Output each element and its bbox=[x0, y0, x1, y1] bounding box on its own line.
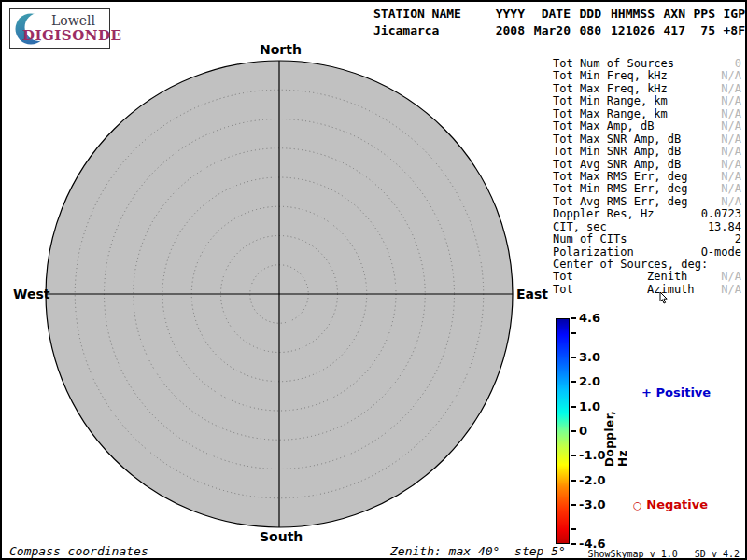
circle-icon: ○ bbox=[633, 499, 642, 511]
colorbar-tick-label: -2.0 bbox=[579, 473, 605, 487]
info-row-value: N/A bbox=[721, 133, 741, 146]
colorbar-tick-label: 2.0 bbox=[579, 374, 600, 388]
info-row-label: Tot Max Amp, dB bbox=[553, 120, 654, 133]
negative-doppler-legend: ○ Negative bbox=[616, 483, 708, 525]
info-row-label: Polarization bbox=[553, 246, 634, 259]
colorbar-tick-label: -3.0 bbox=[579, 497, 605, 511]
info-row-label: Tot Min Freq, kHz bbox=[553, 70, 668, 82]
colorbar-tick bbox=[571, 504, 576, 506]
colorbar-tick bbox=[571, 357, 576, 358]
header-values-row: Jicamarca 2008 Mar20 080 121026 417 75 +… bbox=[374, 21, 745, 38]
info-row-label: Center of Sources, deg: bbox=[553, 259, 708, 271]
colorbar-tick bbox=[571, 381, 576, 383]
colorbar-tick bbox=[571, 455, 576, 456]
header-col-yyyy: YYYY bbox=[487, 5, 525, 21]
showskymap-window: Lowell DIGISONDE STATION NAME YYYY DATE … bbox=[0, 0, 747, 560]
info-row-value: N/A bbox=[721, 159, 741, 171]
info-row: Tot Min RMS Err, degN/A bbox=[551, 183, 741, 195]
info-row: TotZenithN/A bbox=[551, 271, 741, 283]
info-row-label: Tot Max RMS Err, deg bbox=[553, 171, 688, 183]
compass-label-west: West bbox=[13, 287, 49, 301]
header-col-hhmmss: HHMMSS bbox=[601, 5, 655, 21]
coordinates-mode-label: Compass coordinates bbox=[9, 544, 148, 558]
info-row-value: 0.0723 bbox=[701, 208, 741, 220]
header-col-date: DATE bbox=[525, 5, 571, 21]
colorbar-tick bbox=[571, 317, 576, 319]
colorbar-tick-label: 1.0 bbox=[579, 399, 600, 413]
positive-doppler-legend: + Positive bbox=[625, 371, 711, 413]
colorbar-tick bbox=[571, 430, 576, 432]
info-row: Tot Max Freq, kHzN/A bbox=[551, 83, 741, 95]
logo-digisonde-text: DIGISONDE bbox=[22, 27, 121, 44]
plus-icon: + bbox=[641, 385, 652, 399]
info-row: Tot Avg RMS Err, degN/A bbox=[551, 196, 741, 208]
info-row-value: 13.84 bbox=[708, 221, 741, 233]
zenith-range-label: Zenith: max 40° step 5° bbox=[390, 544, 566, 558]
station-name-value: Jicamarca bbox=[374, 21, 487, 38]
header-col-pps: PPS bbox=[685, 5, 715, 21]
info-row-label: Tot bbox=[553, 271, 573, 283]
info-row-value: N/A bbox=[721, 120, 741, 133]
colorbar-tick bbox=[571, 543, 576, 545]
info-row-value: N/A bbox=[721, 284, 741, 296]
info-row: Tot Num of Sources0 bbox=[551, 58, 741, 70]
info-row-value: N/A bbox=[721, 146, 741, 158]
info-row-value: O-mode bbox=[701, 246, 741, 259]
info-row-label: Tot bbox=[553, 284, 573, 296]
info-row: Center of Sources, deg: bbox=[551, 259, 741, 271]
negative-label: Negative bbox=[646, 497, 708, 511]
info-row-label: Tot Avg RMS Err, deg bbox=[553, 196, 688, 208]
info-row: Tot Min Freq, kHzN/A bbox=[551, 70, 741, 82]
info-row-label: Num of CITs bbox=[553, 233, 627, 245]
info-row: Tot Min Range, kmN/A bbox=[551, 95, 741, 107]
header-col-axn: AXN bbox=[655, 5, 685, 21]
info-row-sublabel: Zenith bbox=[647, 271, 687, 283]
compass-label-south: South bbox=[260, 529, 303, 544]
info-row-label: Doppler Res, Hz bbox=[553, 208, 654, 220]
colorbar-tick-label: 3.0 bbox=[579, 350, 600, 364]
info-row-label: Tot Avg SNR Amp, dB bbox=[553, 159, 681, 171]
compass-label-east: East bbox=[516, 287, 548, 301]
info-row-value: 0 bbox=[735, 58, 741, 70]
axn-value: 417 bbox=[655, 21, 685, 38]
measurement-info-panel: Tot Num of Sources0Tot Min Freq, kHzN/AT… bbox=[551, 58, 741, 296]
logo-lowell-text: Lowell bbox=[51, 13, 95, 28]
info-row-label: Tot Min SNR Amp, dB bbox=[553, 146, 681, 158]
colorbar-tick-label: 4.6 bbox=[579, 311, 600, 325]
lowell-digisonde-logo: Lowell DIGISONDE bbox=[9, 8, 110, 49]
header-col-ddd: DDD bbox=[571, 5, 601, 21]
date-value: Mar20 bbox=[525, 21, 571, 38]
info-row-value: N/A bbox=[721, 83, 741, 95]
info-row: PolarizationO-mode bbox=[551, 246, 741, 259]
info-row-label: Tot Max Range, km bbox=[553, 108, 668, 120]
info-row-label: Tot Max Freq, kHz bbox=[553, 83, 668, 95]
info-row-value: N/A bbox=[721, 271, 741, 283]
info-row: Tot Max RMS Err, degN/A bbox=[551, 171, 741, 183]
info-row: Tot Max SNR Amp, dBN/A bbox=[551, 133, 741, 146]
colorbar-tick-label: -1.0 bbox=[579, 448, 605, 462]
info-row: TotAzimuthN/A bbox=[551, 284, 741, 296]
doppler-colorbar bbox=[556, 318, 570, 544]
colorbar-tick bbox=[571, 406, 576, 408]
info-row-value: N/A bbox=[721, 183, 741, 195]
info-row-sublabel: Azimuth bbox=[647, 284, 695, 296]
info-row: Num of CITs2 bbox=[551, 233, 741, 245]
igp-value: +8F bbox=[715, 21, 745, 38]
info-row-value: N/A bbox=[721, 95, 741, 107]
colorbar-tick bbox=[571, 332, 576, 334]
info-row-value: 2 bbox=[735, 233, 741, 245]
station-header-table: STATION NAME YYYY DATE DDD HHMMSS AXN PP… bbox=[374, 5, 745, 38]
info-row-label: Tot Min RMS Err, deg bbox=[553, 183, 688, 195]
info-row: Doppler Res, Hz0.0723 bbox=[551, 208, 741, 220]
info-row-label: Tot Num of Sources bbox=[553, 58, 674, 70]
info-row: Tot Min SNR Amp, dBN/A bbox=[551, 146, 741, 158]
info-row-value: N/A bbox=[721, 171, 741, 183]
info-row: Tot Max Range, kmN/A bbox=[551, 108, 741, 120]
mouse-cursor bbox=[659, 292, 669, 304]
info-row: Tot Max Amp, dBN/A bbox=[551, 120, 741, 133]
skymap-plot bbox=[41, 56, 517, 532]
version-label: ShowSkymap v 1.0 SD v 4.2 bbox=[587, 549, 740, 559]
info-row-label: Tot Min Range, km bbox=[553, 95, 668, 107]
compass-label-north: North bbox=[260, 42, 302, 57]
pps-value: 75 bbox=[685, 21, 715, 38]
